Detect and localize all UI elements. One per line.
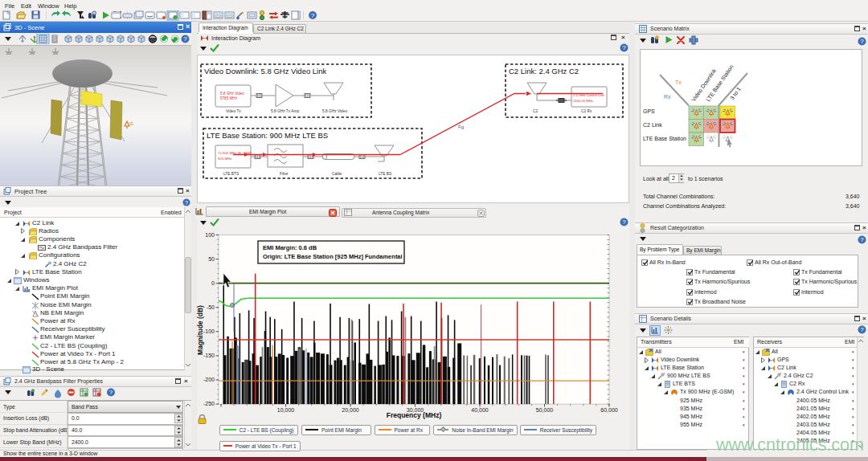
svg-text:?: ?: [860, 38, 864, 45]
svg-text:LTE Base Station: LTE Base Station: [643, 136, 686, 141]
svg-text:Filter: Filter: [280, 172, 289, 176]
svg-text:-150: -150: [203, 353, 215, 358]
svg-text:?: ?: [622, 44, 626, 51]
svg-text:-250: -250: [203, 401, 215, 406]
svg-text:Origin: LTE Base Station [925: Origin: LTE Base Station [925 MHz] Funda…: [263, 253, 403, 260]
svg-text:C2 Link: 2.4 GHz C2: C2 Link: 2.4 GHz C2: [509, 67, 579, 75]
svg-text:Magnitude (dB): Magnitude (dB): [196, 305, 204, 355]
svg-text:LTE Base Station: 900 MHz LTE: LTE Base Station: 900 MHz LTE BS: [207, 131, 328, 140]
svg-text:GPS: GPS: [643, 108, 655, 114]
svg-text:?: ?: [311, 12, 315, 19]
svg-text:3 to 1: 3 to 1: [729, 86, 742, 100]
svg-text:EMI Margin: 0.6 dB: EMI Margin: 0.6 dB: [263, 244, 317, 251]
svg-text:5785 MHz: 5785 MHz: [220, 96, 238, 100]
svg-text:60,000: 60,000: [600, 407, 618, 413]
svg-text:20,000: 20,000: [342, 407, 359, 413]
svg-text:C2 Link: C2 Link: [643, 122, 662, 128]
svg-text:0: 0: [211, 280, 215, 286]
svg-text:Video Downlink: 5.8 GHz Video: Video Downlink: 5.8 GHz Video Link: [204, 67, 327, 75]
svg-text:5.8 GHz Video: 5.8 GHz Video: [220, 92, 244, 96]
svg-text:-50: -50: [207, 304, 215, 310]
svg-text:Frequency (MHz): Frequency (MHz): [387, 411, 442, 419]
svg-text:?: ?: [860, 326, 864, 333]
svg-text:?: ?: [622, 218, 626, 226]
svg-text:2400.05 MHz: 2400.05 MHz: [573, 99, 593, 103]
svg-text:-100: -100: [203, 328, 215, 334]
svg-text:?: ?: [183, 35, 187, 43]
svg-text:Cable: Cable: [332, 172, 342, 176]
svg-text:Tx: Tx: [675, 80, 682, 85]
svg-text:50,000: 50,000: [536, 407, 554, 413]
svg-text:Video Tx: Video Tx: [226, 109, 241, 113]
svg-text:LTE BS: LTE BS: [379, 172, 391, 176]
svg-text:100: 100: [205, 232, 215, 238]
svg-text:10,000: 10,000: [277, 407, 295, 413]
svg-text:50: 50: [208, 256, 215, 262]
svg-text:Video Downlink: Video Downlink: [690, 67, 718, 103]
svg-text:Fg: Fg: [458, 124, 464, 129]
svg-text:LTE BTS: LTE BTS: [223, 172, 239, 176]
svg-text:C2 Rx: C2 Rx: [581, 109, 592, 113]
svg-text:925 MHz: 925 MHz: [218, 157, 232, 161]
svg-text:5.8 GHz Video: 5.8 GHz Video: [322, 109, 347, 113]
svg-text:40,000: 40,000: [471, 407, 489, 413]
svg-text:-200: -200: [203, 377, 215, 382]
svg-text:C2: C2: [533, 109, 538, 113]
svg-text:Rx: Rx: [664, 94, 671, 100]
svg-text:?: ?: [185, 199, 188, 206]
svg-text:5.8 GHz Tx Amp: 5.8 GHz Tx Amp: [271, 109, 299, 113]
svg-text:?: ?: [109, 389, 113, 396]
svg-text:?: ?: [860, 236, 864, 243]
